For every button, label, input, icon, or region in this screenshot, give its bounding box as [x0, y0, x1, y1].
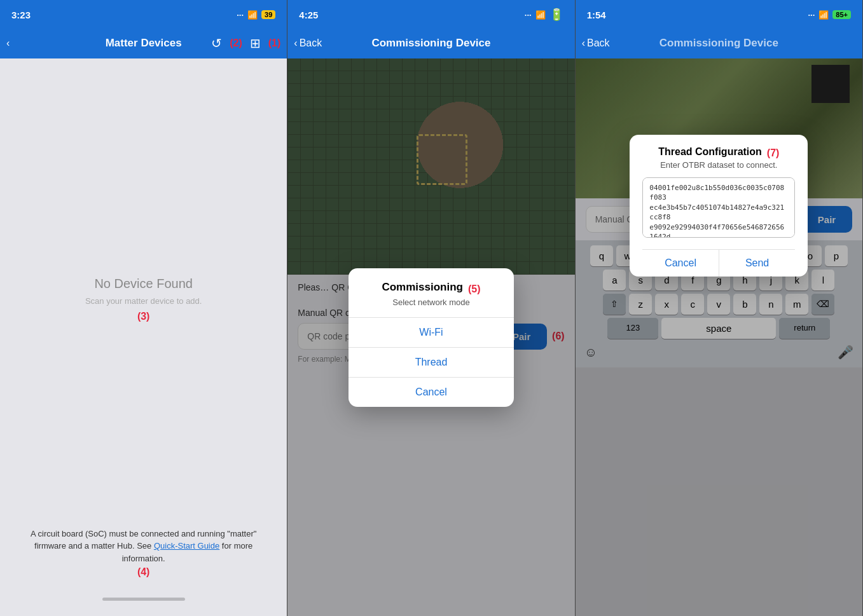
- annotation-5: (5): [468, 284, 481, 295]
- quick-start-guide-link[interactable]: Quick-Start Guide: [154, 541, 219, 551]
- nav-bar-1: ‹ Matter Devices ↺ (2) ⊞ (1): [0, 28, 287, 58]
- commissioning-modal-overlay: Commissioning (5) Select network mode Wi…: [287, 58, 574, 616]
- cancel-option-button[interactable]: Cancel: [349, 378, 514, 407]
- thread-modal-subtitle: Enter OTBR dataset to connect.: [642, 160, 795, 170]
- back-button-2[interactable]: ‹ Back: [294, 38, 322, 49]
- refresh-icon: ↺: [211, 36, 222, 50]
- chevron-left-icon-1: ‹: [6, 38, 10, 49]
- commissioning-modal: Commissioning (5) Select network mode Wi…: [349, 268, 514, 407]
- panel-thread-config: 1:54 ··· 📶 85+ ‹ Back Commissioning Devi…: [576, 0, 863, 616]
- nav-title-3: Commissioning Device: [659, 37, 778, 50]
- wifi-icon-3: 📶: [818, 10, 829, 20]
- panel3-body: Pair Thread Configuration (7) Enter OTBR…: [576, 58, 862, 616]
- nav-title-2: Commissioning Device: [371, 37, 490, 50]
- thread-modal-title: Thread Configuration: [658, 146, 762, 158]
- thread-dataset-input[interactable]: 04001fe002u8c1b550d036c0035c0708f083 ec4…: [642, 177, 795, 238]
- status-right-3: ··· 📶 85+: [808, 10, 851, 20]
- modal-title: Commissioning: [382, 281, 463, 294]
- nav-bar-2: ‹ Back Commissioning Device: [287, 28, 574, 58]
- back-label-3: Back: [587, 38, 610, 49]
- panel-commissioning: 4:25 ··· 📶 🔋 ‹ Back Commissioning Device…: [287, 0, 575, 616]
- time-2: 4:25: [299, 10, 318, 20]
- annotation-7: (7): [767, 147, 780, 159]
- modal-subtitle: Select network mode: [349, 298, 514, 307]
- time-3: 1:54: [587, 10, 606, 20]
- refresh-button[interactable]: ↺: [211, 36, 222, 51]
- info-section: A circuit board (SoC) must be connected …: [13, 528, 274, 593]
- chevron-left-icon-2: ‹: [294, 38, 297, 49]
- wifi-icon-1: 📶: [247, 10, 258, 20]
- panel2-body: Pleas… QR C… he Manual QR code payload I…: [287, 58, 574, 616]
- nav-icons-1: ↺ (2) ⊞ (1): [211, 36, 280, 51]
- panel-matter-devices: 3:23 ··· 📶 39 ‹ Matter Devices ↺ (2) ⊞ (…: [0, 0, 287, 616]
- thread-option-button[interactable]: Thread: [349, 348, 514, 378]
- nav-bar-3: ‹ Back Commissioning Device: [576, 28, 862, 58]
- back-label-2: Back: [300, 38, 322, 49]
- wifi-icon-2: 📶: [535, 10, 546, 20]
- back-button-1[interactable]: ‹: [6, 38, 10, 49]
- no-device-title: No Device Found: [94, 277, 193, 291]
- battery-charging-icon: 🔋: [549, 8, 563, 22]
- home-indicator-1: [102, 598, 185, 601]
- dots-icon-2: ···: [525, 10, 532, 20]
- battery-badge-3: 85+: [832, 10, 851, 19]
- annotation-4: (4): [137, 566, 150, 577]
- battery-badge-1: 39: [261, 10, 275, 19]
- qr-scan-button[interactable]: ⊞: [250, 36, 261, 51]
- thread-modal-overlay: Thread Configuration (7) Enter OTBR data…: [576, 58, 862, 616]
- nav-title-1: Matter Devices: [106, 37, 182, 50]
- annotation-2: (2): [230, 38, 242, 49]
- panel1-body: No Device Found Scan your matter device …: [0, 58, 287, 616]
- thread-send-button[interactable]: Send: [719, 250, 796, 277]
- time-1: 3:23: [11, 10, 31, 20]
- qr-icon: ⊞: [250, 36, 261, 50]
- back-button-3[interactable]: ‹ Back: [582, 38, 610, 49]
- chevron-left-icon-3: ‹: [582, 38, 585, 49]
- status-bar-3: 1:54 ··· 📶 85+: [576, 0, 862, 28]
- no-device-subtitle: Scan your matter device to add.: [85, 296, 202, 306]
- status-right-1: ··· 📶 39: [237, 10, 275, 20]
- dots-icon-1: ···: [237, 10, 244, 20]
- status-right-2: ··· 📶 🔋: [525, 8, 563, 22]
- annotation-1: (1): [268, 38, 281, 49]
- no-device-section: No Device Found Scan your matter device …: [85, 71, 202, 528]
- dots-icon-3: ···: [808, 10, 815, 20]
- thread-modal-buttons: Cancel Send: [642, 249, 795, 277]
- wifi-option-button[interactable]: Wi-Fi: [349, 318, 514, 348]
- status-bar-2: 4:25 ··· 📶 🔋: [287, 0, 574, 28]
- thread-config-modal: Thread Configuration (7) Enter OTBR data…: [630, 135, 808, 277]
- thread-cancel-button[interactable]: Cancel: [642, 250, 719, 277]
- status-bar-1: 3:23 ··· 📶 39: [0, 0, 287, 28]
- annotation-3: (3): [137, 311, 150, 322]
